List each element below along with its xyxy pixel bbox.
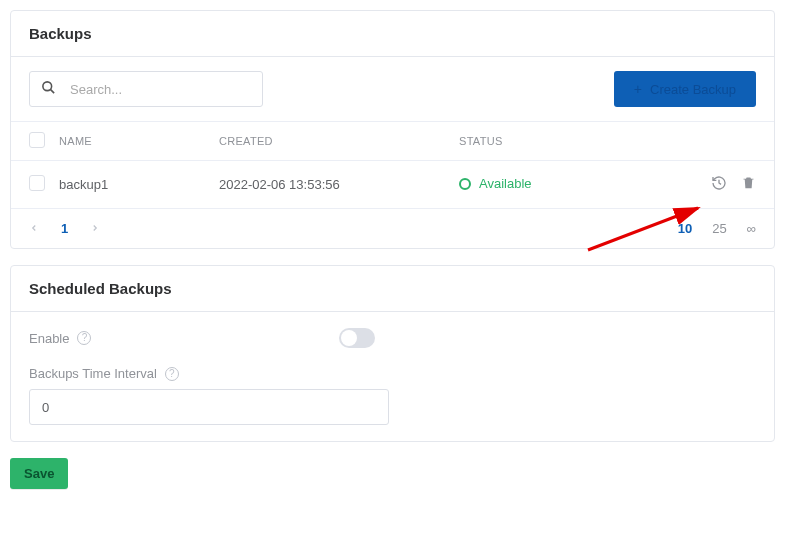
pagination: 1 10 25 ∞ — [11, 209, 774, 248]
row-checkbox[interactable] — [29, 175, 45, 191]
search-icon — [41, 80, 56, 98]
svg-point-0 — [43, 82, 52, 91]
table-header: NAME CREATED STATUS — [11, 121, 774, 161]
backups-card: Backups + Create Backup NAME CREATED STA… — [10, 10, 775, 249]
interval-input[interactable] — [29, 389, 389, 425]
page-size-25[interactable]: 25 — [712, 221, 726, 236]
interval-label: Backups Time Interval — [29, 366, 157, 381]
restore-icon[interactable] — [711, 175, 727, 194]
page-current[interactable]: 1 — [61, 221, 68, 236]
status-text: Available — [479, 176, 532, 191]
select-all-checkbox[interactable] — [29, 132, 45, 148]
search-input[interactable] — [29, 71, 263, 107]
scheduled-title: Scheduled Backups — [11, 266, 774, 312]
table-row: backup1 2022-02-06 13:53:56 Available — [11, 161, 774, 209]
page-size-10[interactable]: 10 — [678, 221, 692, 236]
page-next[interactable] — [90, 221, 100, 236]
row-created: 2022-02-06 13:53:56 — [219, 177, 459, 192]
help-icon[interactable]: ? — [165, 367, 179, 381]
enable-label: Enable — [29, 331, 69, 346]
create-backup-label: Create Backup — [650, 82, 736, 97]
page-prev[interactable] — [29, 221, 39, 236]
plus-icon: + — [634, 82, 642, 96]
column-created: CREATED — [219, 135, 459, 147]
search-wrap — [29, 71, 263, 107]
delete-icon[interactable] — [741, 175, 756, 194]
status-ring-icon — [459, 178, 471, 190]
page-size-infinite[interactable]: ∞ — [747, 221, 756, 236]
help-icon[interactable]: ? — [77, 331, 91, 345]
create-backup-button[interactable]: + Create Backup — [614, 71, 756, 107]
save-button[interactable]: Save — [10, 458, 68, 489]
backups-toolbar: + Create Backup — [11, 57, 774, 121]
column-name: NAME — [59, 135, 219, 147]
svg-line-1 — [50, 89, 54, 93]
status-badge: Available — [459, 176, 532, 191]
backups-title: Backups — [11, 11, 774, 57]
row-name: backup1 — [59, 177, 219, 192]
enable-toggle[interactable] — [339, 328, 375, 348]
scheduled-card: Scheduled Backups Enable ? Backups Time … — [10, 265, 775, 442]
column-status: STATUS — [459, 135, 639, 147]
